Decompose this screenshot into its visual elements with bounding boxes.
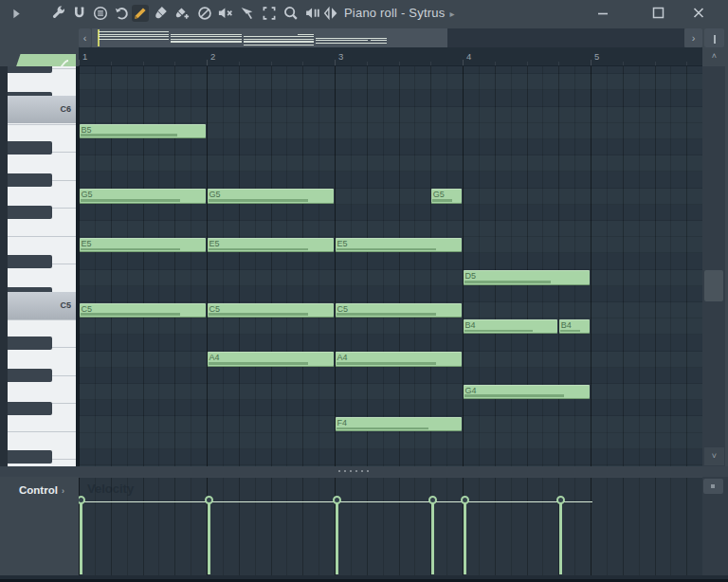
c-key[interactable]: C6 (8, 96, 76, 123)
note[interactable]: E5 (80, 238, 206, 252)
options-menu-icon[interactable] (92, 5, 109, 22)
velocity-stem-handle[interactable] (333, 496, 341, 504)
mute-tool-icon[interactable] (217, 5, 234, 22)
grid-line (574, 478, 575, 575)
black-key[interactable] (8, 450, 52, 464)
velocity-options-button[interactable] (703, 479, 723, 494)
note[interactable]: C5 (80, 303, 206, 318)
black-key[interactable] (8, 66, 52, 73)
title-menu-arrow-icon[interactable]: ▸ (449, 9, 454, 19)
slice-tool-icon[interactable] (239, 5, 256, 22)
minimap-note (99, 36, 169, 37)
note-grid[interactable]: B5G5G5G5E5E5E5D5C5C5C5B4B4A4A4G4F4 (79, 66, 702, 466)
timeline-tick (558, 62, 559, 65)
velocity-stem[interactable] (464, 501, 467, 574)
scroll-right-button[interactable]: › (684, 28, 702, 47)
black-key[interactable] (8, 369, 52, 382)
grid-line (527, 478, 528, 575)
velocity-stem[interactable] (80, 501, 83, 574)
minimap-note (171, 41, 241, 42)
velocity-stem-handle[interactable] (79, 496, 85, 504)
playback-tool-icon[interactable] (304, 5, 321, 22)
close-button[interactable] (689, 5, 708, 22)
left-edge-strip (0, 66, 8, 466)
black-key[interactable] (8, 173, 52, 187)
scroll-left-button[interactable]: ‹ (79, 28, 91, 47)
velocity-stem[interactable] (431, 501, 435, 574)
scroll-down-button[interactable]: ˅ (704, 447, 724, 465)
note[interactable]: G5 (208, 189, 334, 203)
panel-divider[interactable] (0, 466, 728, 477)
piano-keyboard[interactable]: C6C5 (8, 66, 76, 466)
note[interactable]: G5 (80, 189, 206, 203)
delete-tool-icon[interactable] (196, 5, 213, 22)
note-label: C5 (209, 304, 221, 314)
grid-row (79, 286, 702, 302)
minimap-note (99, 39, 169, 40)
zoom-tool-icon[interactable] (282, 5, 300, 22)
grid-line (623, 478, 624, 575)
velocity-stem[interactable] (208, 501, 211, 574)
black-key[interactable] (8, 206, 52, 219)
note[interactable]: F4 (336, 417, 462, 431)
grid-line (351, 66, 352, 466)
black-key[interactable] (8, 336, 52, 350)
white-key-separator (8, 319, 76, 320)
minimap-note (171, 39, 241, 40)
divider-grip[interactable] (338, 470, 369, 472)
velocity-stem[interactable] (559, 501, 563, 574)
note[interactable]: G4 (464, 385, 590, 399)
note[interactable]: A4 (208, 352, 334, 366)
undo-icon[interactable] (113, 5, 130, 22)
minimize-button[interactable] (593, 5, 612, 22)
note[interactable]: G5 (431, 189, 462, 203)
draw-tool-icon[interactable] (132, 5, 149, 22)
note-sub-stripe (464, 394, 564, 397)
note[interactable]: E5 (208, 238, 334, 252)
note[interactable]: B4 (559, 319, 590, 334)
note[interactable]: C5 (208, 303, 334, 318)
timeline-ruler[interactable]: 12345 (79, 47, 702, 66)
minimap-note (99, 34, 169, 35)
velocity-stem-handle[interactable] (205, 496, 213, 504)
grid-line (463, 66, 464, 466)
note[interactable]: A4 (336, 352, 462, 366)
vertical-scrollbar[interactable] (702, 66, 725, 466)
timeline-tick (430, 62, 431, 65)
velocity-stem-handle[interactable] (428, 496, 437, 504)
velocity-stem-handle[interactable] (556, 496, 565, 504)
black-key[interactable] (8, 255, 52, 268)
target-channel-icon[interactable] (322, 5, 339, 22)
black-key[interactable] (8, 402, 52, 415)
note[interactable]: D5 (464, 270, 590, 284)
black-key[interactable] (8, 141, 52, 155)
note-sub-stripe (209, 248, 308, 251)
select-tool-icon[interactable] (261, 5, 278, 22)
note-label: F4 (337, 418, 348, 427)
menu-arrow-icon[interactable] (8, 5, 25, 22)
paint-drums-tool-icon[interactable] (173, 5, 191, 22)
scroll-up-button[interactable]: ˄ (704, 47, 724, 65)
note[interactable]: E5 (336, 238, 462, 252)
timeline-tick (655, 62, 656, 65)
grid-line (607, 478, 608, 575)
pattern-minimap[interactable] (92, 28, 684, 47)
c-key[interactable]: C5 (8, 292, 76, 319)
paint-tool-icon[interactable] (153, 5, 170, 22)
titlebar[interactable]: Piano roll - Sytrus▸ (0, 0, 728, 27)
vertical-scrollbar-thumb[interactable] (704, 270, 723, 301)
snap-magnet-icon[interactable] (71, 5, 88, 22)
grid-line (255, 478, 256, 575)
grid-line (158, 478, 159, 575)
maximize-button[interactable] (648, 5, 667, 22)
wrench-icon[interactable] (50, 5, 67, 22)
marker-button[interactable] (704, 28, 724, 47)
control-panel-label[interactable]: Control› (19, 484, 64, 496)
velocity-stem[interactable] (336, 501, 339, 574)
note[interactable]: C5 (336, 303, 462, 318)
note[interactable]: B4 (464, 319, 557, 334)
grid-line (591, 478, 592, 575)
note[interactable]: B5 (80, 124, 206, 138)
velocity-stem-handle[interactable] (461, 496, 469, 504)
velocity-lane[interactable]: Velocity (79, 477, 702, 575)
